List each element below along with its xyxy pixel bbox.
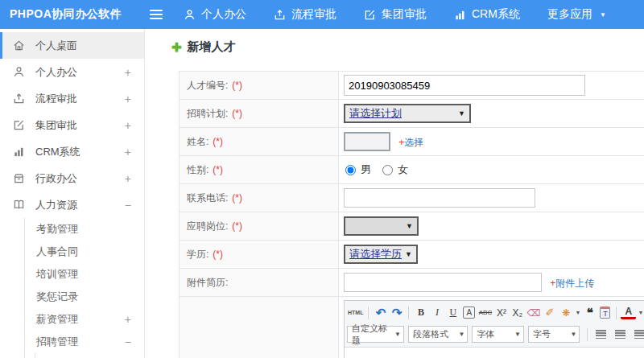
nav-label: 个人办公 [201,7,246,22]
collapse-minus-icon[interactable]: − [125,335,131,348]
editor-toolbar: HTML ↶ ↷ B I U A ABC X² [345,301,644,348]
top-nav: 个人办公 流程审批 集团审批 CRM系统 更多应用 ▼ [184,7,606,22]
nav-label: CRM系统 [472,7,520,22]
nav-label: 流程审批 [291,7,336,22]
superscript-icon[interactable]: X² [493,304,509,321]
hr-submenu: 考勤管理 人事合同 培训管理 奖惩记录 薪资管理 + 招聘管理 − 招聘需求 [24,218,144,358]
nav-more-apps[interactable]: 更多应用 ▼ [547,7,606,22]
blockquote-icon[interactable]: ❝ [582,304,597,321]
editor-toolbar-row-1: HTML ↶ ↷ B I U A ABC X² [347,302,644,323]
sidebar-item-group-approval[interactable]: 集团审批 + [0,112,144,138]
align-left-icon[interactable] [596,330,606,339]
resume-content-label-cell [180,297,339,358]
caret-down-icon: ▼ [402,250,412,258]
chart-icon [13,146,27,158]
sidebar-item-reward-punishment[interactable]: 奖惩记录 [25,286,144,308]
nav-personal-office[interactable]: 个人办公 [184,7,246,22]
sidebar-item-crm-system[interactable]: CRM系统 + [0,138,144,165]
caret-down-icon[interactable]: ▼ [638,310,643,315]
font-color-icon[interactable]: A [621,307,636,319]
edit-icon [13,119,27,131]
expand-plus-icon[interactable]: + [125,66,131,79]
editor-content-area[interactable] [345,348,644,358]
text-effects-icon[interactable]: ❋ [558,304,573,321]
required-mark: (*) [213,249,223,260]
expand-plus-icon[interactable]: + [125,313,131,326]
font-box-icon[interactable]: A [463,307,475,319]
sidebar-item-personal-office[interactable]: 个人办公 + [0,59,144,85]
paragraph-format-select[interactable]: 段落格式▼ [408,326,469,343]
resume-file-input[interactable] [344,273,542,292]
position-select[interactable]: ▼ [344,216,419,236]
menu-icon[interactable] [150,10,163,19]
eraser-icon[interactable]: ⌫ [526,304,541,321]
edit-icon [364,9,376,21]
sidebar-item-label: 人力资源 [35,198,77,212]
caret-down-icon: ▼ [402,222,413,230]
caret-down-icon[interactable]: ▼ [575,310,580,315]
caret-down-icon: ▼ [455,109,465,117]
recruit-plan-select[interactable]: 请选择计划 ▼ [344,104,471,123]
expand-plus-icon[interactable]: + [125,93,131,105]
choose-person-link[interactable]: +选择 [398,137,423,148]
caret-down-icon: ▼ [511,331,521,338]
expand-plus-icon[interactable]: + [125,172,131,185]
undo-icon[interactable]: ↶ [373,304,388,321]
user-icon [13,66,27,78]
font-size-select[interactable]: 字号▼ [528,326,580,343]
required-mark: (*) [232,220,242,232]
topbar: PHPOA协同办公软件 个人办公 流程审批 集团审批 CRM系统 更多应用 ▼ [0,0,644,29]
sidebar-item-admin-office[interactable]: 行政办公 + [0,165,144,191]
font-family-select[interactable]: 字体▼ [472,326,524,343]
sidebar-item-label: 行政办公 [35,171,77,186]
nav-workflow-approval[interactable]: 流程审批 [274,7,336,22]
app-title: PHPOA协同办公软件 [0,7,150,22]
sidebar-item-personnel-contract[interactable]: 人事合同 [25,241,144,263]
sidebar-item-recruit-mgmt[interactable]: 招聘管理 − [25,331,144,353]
talent-no-input[interactable] [344,75,585,96]
education-select[interactable]: 请选择学历 ▼ [344,245,418,264]
separator [587,328,588,341]
caret-down-icon: ▼ [391,331,401,338]
collapse-minus-icon[interactable]: − [125,199,131,212]
paste-text-icon[interactable]: T [600,307,610,319]
phone-input[interactable] [344,188,535,208]
home-icon [13,39,27,51]
align-center-icon[interactable] [615,330,625,339]
process-icon [274,9,286,21]
gender-male-radio[interactable] [345,165,356,175]
nav-group-approval[interactable]: 集团审批 [364,7,427,22]
subscript-icon[interactable]: X₂ [510,304,525,321]
sidebar-item-personal-desktop[interactable]: 个人桌面 [0,32,144,59]
user-icon [184,9,196,21]
sidebar-item-workflow-approval[interactable]: 流程审批 + [0,85,144,112]
main-content: ✚ 新增人才 人才编号:(*) 招聘计划:(*) 请选择计划 ▼ [146,29,644,358]
sidebar-item-training-mgmt[interactable]: 培训管理 [25,263,144,286]
name-label-cell: 姓名:(*) [180,128,339,156]
italic-icon[interactable]: I [429,304,444,321]
sidebar-item-human-resources[interactable]: 人力资源 − [0,191,144,218]
strikethrough-icon[interactable]: ABC [477,304,493,321]
table-row: 应聘岗位:(*) ▼ [180,212,644,241]
sidebar-item-recruit-demand[interactable]: 招聘需求 [35,353,144,358]
format-brush-icon[interactable]: ✐ [542,304,557,321]
underline-icon[interactable]: U [445,304,460,321]
align-right-icon[interactable] [634,330,644,339]
required-mark: (*) [213,164,223,175]
table-row: 联系电话:(*) [180,184,644,212]
sidebar-item-attendance-mgmt[interactable]: 考勤管理 [25,218,144,241]
position-label-cell: 应聘岗位:(*) [180,212,339,241]
name-input[interactable] [344,132,390,151]
expand-plus-icon[interactable]: + [125,146,131,158]
attachment-upload-link[interactable]: +附件上传 [550,278,594,289]
nav-crm-system[interactable]: CRM系统 [454,7,520,22]
gender-female-radio[interactable] [382,165,393,175]
expand-plus-icon[interactable]: + [125,119,131,132]
phone-label-cell: 联系电话:(*) [180,184,339,212]
html-source-icon[interactable]: HTML [347,304,364,321]
bold-icon[interactable]: B [413,304,428,321]
redo-icon[interactable]: ↷ [389,304,404,321]
custom-title-select[interactable]: 自定义标题▼ [347,326,404,343]
separator [368,307,369,319]
sidebar-item-salary-mgmt[interactable]: 薪资管理 + [25,308,144,331]
